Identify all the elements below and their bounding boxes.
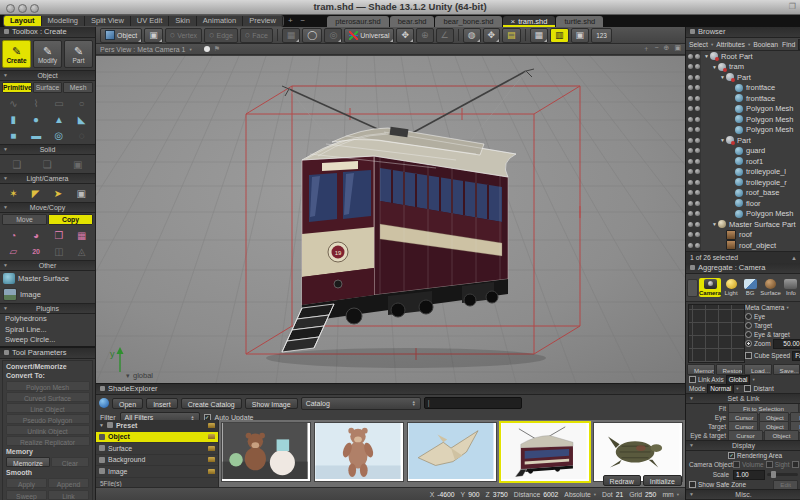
browser-menu-select[interactable]: Select bbox=[688, 41, 709, 48]
move-copy-tab[interactable]: Copy bbox=[48, 214, 93, 225]
workspace-tab[interactable]: UV Edit bbox=[131, 16, 169, 26]
tree-item[interactable]: ▼ trolleypole_r bbox=[686, 177, 800, 188]
catalog-dropdown[interactable]: Catalog ▲▼ bbox=[301, 397, 421, 410]
render-dot-icon[interactable] bbox=[695, 222, 700, 227]
explorer-category[interactable]: Object bbox=[96, 432, 218, 444]
object-mode-button[interactable]: Object bbox=[100, 28, 142, 43]
cylinder-icon[interactable]: ▮ bbox=[2, 111, 25, 127]
tab-camera[interactable]: Camera bbox=[699, 278, 721, 297]
tree-item[interactable]: ▼ Polygon Mesh bbox=[686, 209, 800, 220]
visibility-dot-icon[interactable] bbox=[688, 148, 693, 153]
render-dot-icon[interactable] bbox=[695, 85, 700, 90]
save-button[interactable]: Save... bbox=[773, 364, 800, 375]
expander-icon[interactable]: ▼ bbox=[711, 64, 718, 70]
plugin-spiral-line[interactable]: Spiral Line... bbox=[0, 325, 95, 336]
tree-item[interactable]: ▼ floor bbox=[686, 198, 800, 209]
visibility-dot-icon[interactable] bbox=[688, 232, 693, 237]
smooth-sweep-button[interactable]: Sweep bbox=[6, 490, 47, 500]
tree-item[interactable]: ▼ guard bbox=[686, 146, 800, 157]
thumbnail-turtle[interactable] bbox=[593, 422, 683, 482]
visibility-dot-icon[interactable] bbox=[688, 180, 693, 185]
absolute-dropdown[interactable]: Absolute▾ bbox=[564, 491, 596, 498]
edit-safe-zone-button[interactable]: Edit bbox=[773, 480, 798, 490]
visibility-dot-icon[interactable] bbox=[688, 211, 693, 216]
search-input[interactable]: | bbox=[424, 397, 522, 409]
render-dot-icon[interactable] bbox=[695, 54, 700, 59]
set-link-header[interactable]: Set & Link bbox=[686, 393, 800, 404]
expander-icon[interactable]: ▼ bbox=[703, 53, 710, 59]
circle-tool-icon[interactable]: ○ bbox=[70, 95, 93, 111]
face-mode-button[interactable]: ○Face bbox=[240, 28, 273, 43]
zoom-in-icon[interactable]: ＋ bbox=[642, 44, 649, 54]
directional-light-icon[interactable]: ➤ bbox=[54, 185, 62, 201]
four-view-button[interactable]: ▦ bbox=[530, 28, 549, 43]
target-radio[interactable] bbox=[745, 322, 752, 329]
convert-button[interactable]: Realize Replicator bbox=[6, 436, 90, 446]
tree-item[interactable]: ▼ frontface bbox=[686, 83, 800, 94]
thumbnail-bear[interactable] bbox=[314, 422, 404, 482]
render-dot-icon[interactable] bbox=[695, 75, 700, 80]
tree-item[interactable]: ▼ Root Part bbox=[686, 51, 800, 62]
memory-button[interactable]: Memory bbox=[687, 364, 715, 375]
visibility-dot-icon[interactable] bbox=[688, 96, 693, 101]
visibility-dot-icon[interactable] bbox=[688, 138, 693, 143]
convert-button[interactable]: Pseudo Polygon bbox=[6, 414, 90, 424]
paint-select-button[interactable]: ◎ bbox=[324, 28, 342, 43]
explorer-button[interactable]: Open bbox=[112, 398, 143, 409]
visibility-dot-icon[interactable] bbox=[688, 243, 693, 248]
display-header[interactable]: Display bbox=[686, 440, 800, 451]
axis-menu-arrow-icon[interactable]: ▾ bbox=[126, 372, 130, 379]
light-camera-section-header[interactable]: Light/Camera bbox=[0, 173, 95, 184]
boolean-union-icon[interactable]: ❑ bbox=[13, 156, 22, 172]
expander-icon[interactable]: ▼ bbox=[719, 137, 726, 143]
camera-position-widget[interactable] bbox=[688, 304, 745, 363]
perspective-viewport[interactable]: 19 bbox=[96, 56, 685, 383]
convert-button[interactable]: Line Object bbox=[6, 403, 90, 413]
render-dot-icon[interactable] bbox=[695, 180, 700, 185]
visibility-dot-icon[interactable] bbox=[688, 222, 693, 227]
tree-item[interactable]: ▼ roof1 bbox=[686, 156, 800, 167]
thumbnail-tram[interactable] bbox=[499, 421, 591, 483]
visibility-dot-icon[interactable] bbox=[688, 117, 693, 122]
render-dot-icon[interactable] bbox=[695, 64, 700, 69]
browser-menu-boolean[interactable]: Boolean bbox=[752, 41, 779, 48]
object-type-tab[interactable]: Mesh bbox=[63, 82, 93, 93]
redraw-button[interactable]: Redraw bbox=[603, 475, 641, 486]
document-tab[interactable]: ×pterosaur.shd bbox=[327, 16, 388, 27]
cube-speed-checkbox[interactable] bbox=[745, 352, 752, 359]
magnify-tool-icon[interactable]: ◔ bbox=[2, 227, 25, 243]
master-surface-item[interactable]: Master Surface bbox=[0, 271, 95, 286]
document-tab[interactable]: ×bear.shd bbox=[390, 16, 435, 27]
render-dot-icon[interactable] bbox=[695, 211, 700, 216]
angle-tool-button[interactable]: ∠ bbox=[436, 28, 454, 43]
zoom-value-field[interactable]: 50.00 bbox=[773, 339, 800, 349]
other-section-header[interactable]: Other bbox=[0, 260, 95, 271]
curve-tool-icon[interactable]: ∿ bbox=[2, 95, 25, 111]
object-type-tab[interactable]: Primitive bbox=[2, 82, 32, 93]
smooth-link-button[interactable]: Link bbox=[48, 490, 89, 500]
render-dot-icon[interactable] bbox=[695, 117, 700, 122]
wireframe-view-button[interactable]: ▥ bbox=[550, 28, 569, 43]
maximize-view-icon[interactable]: ▣ bbox=[674, 44, 681, 54]
mirror-tool-icon[interactable]: ▱ bbox=[2, 243, 25, 259]
tree-item[interactable]: ▼ Polygon Mesh bbox=[686, 125, 800, 136]
zoom-out-icon[interactable]: − bbox=[654, 44, 658, 54]
unit-dropdown[interactable]: mm▾ bbox=[662, 491, 679, 498]
add-workspace-button[interactable]: + bbox=[284, 16, 297, 26]
shaded-view-button[interactable]: ▣ bbox=[571, 28, 590, 43]
tab-info[interactable]: Info bbox=[782, 278, 800, 297]
zoom-radio[interactable] bbox=[745, 340, 752, 347]
browser-header[interactable]: Browser bbox=[686, 27, 800, 38]
cone-icon[interactable]: ▲ bbox=[48, 111, 71, 127]
render-dot-icon[interactable] bbox=[695, 169, 700, 174]
toolbox-mode-button[interactable]: ✎ Modify bbox=[33, 40, 62, 68]
visibility-dot-icon[interactable] bbox=[688, 64, 693, 69]
viewport-title[interactable]: Pers View : Meta Camera 1 bbox=[100, 46, 185, 53]
cube-speed-dropdown[interactable]: Fast bbox=[792, 351, 800, 361]
visibility-dot-icon[interactable] bbox=[688, 201, 693, 206]
layer-button[interactable]: ▤ bbox=[502, 28, 521, 43]
axis-global-label[interactable]: global bbox=[133, 371, 153, 380]
boolean-subtract-icon[interactable]: ❏ bbox=[43, 156, 52, 172]
remove-workspace-button[interactable]: − bbox=[297, 16, 310, 26]
toolbox-header[interactable]: Toolbox : Create bbox=[0, 27, 95, 38]
